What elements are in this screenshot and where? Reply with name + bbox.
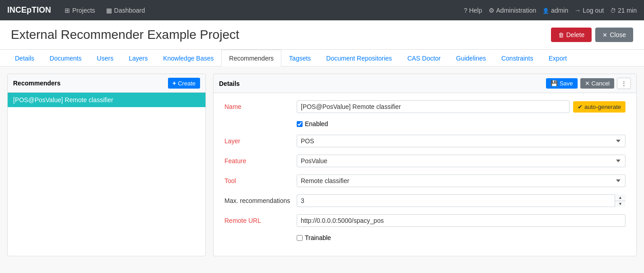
help-icon — [464, 7, 467, 14]
close-icon — [602, 31, 607, 38]
admin-icon — [489, 7, 495, 14]
remote-url-input[interactable] — [297, 214, 625, 227]
feature-row: Feature PosValue — [224, 155, 625, 167]
max-recommendations-number-wrap: ▲ ▼ — [297, 194, 625, 207]
session-timer: 21 min — [610, 7, 637, 14]
grid-icon — [65, 7, 70, 14]
remote-url-label: Remote URL — [224, 214, 297, 224]
tool-row: Tool Remote classifier — [224, 174, 625, 187]
remote-url-wrap — [297, 214, 625, 227]
trainable-checkbox[interactable] — [297, 235, 303, 241]
layer-row: Layer POS — [224, 135, 625, 147]
save-button[interactable]: Save — [546, 78, 578, 89]
dashboard-icon — [106, 7, 112, 14]
tab-export[interactable]: Export — [541, 50, 574, 66]
tab-knowledge-bases[interactable]: Knowledge Bases — [155, 50, 221, 66]
tab-cas-doctor[interactable]: CAS Doctor — [400, 50, 448, 66]
enabled-label[interactable]: Enabled — [297, 120, 328, 127]
tab-users[interactable]: Users — [89, 50, 121, 66]
tool-label: Tool — [224, 174, 297, 184]
tab-layers[interactable]: Layers — [121, 50, 155, 66]
tool-control-wrap: Remote classifier — [297, 174, 625, 187]
cancel-icon — [585, 80, 590, 87]
name-input[interactable] — [297, 100, 569, 113]
spin-up-button[interactable]: ▲ — [615, 194, 625, 201]
enabled-checkbox[interactable] — [297, 121, 303, 127]
tabs-bar: Details Documents Users Layers Knowledge… — [0, 50, 644, 66]
details-panel: Details Save Cancel ⋮ Name — [213, 74, 637, 256]
layer-control-wrap: POS — [297, 135, 625, 147]
plus-icon — [173, 80, 176, 87]
max-recommendations-row: Max. recommendations ▲ ▼ — [224, 194, 625, 207]
max-recommendations-input[interactable] — [297, 194, 625, 207]
auto-generate-button[interactable]: ✔ auto-generate — [573, 101, 625, 113]
brand-logo[interactable]: INCEpTION — [7, 5, 51, 15]
page-title-actions: Delete Close — [551, 28, 633, 42]
max-recommendations-label: Max. recommendations — [224, 194, 297, 204]
page-title: External Recommender Example Project — [11, 28, 239, 42]
recommenders-panel-title: Recommenders — [13, 80, 61, 87]
delete-button[interactable]: Delete — [551, 28, 592, 42]
close-page-button[interactable]: Close — [595, 28, 633, 42]
check-icon: ✔ — [578, 104, 583, 110]
recommenders-panel-header: Recommenders Create — [8, 74, 205, 93]
more-button[interactable]: ⋮ — [617, 78, 631, 89]
details-panel-title: Details — [219, 80, 240, 87]
layer-label: Layer — [224, 135, 297, 145]
feature-select[interactable]: PosValue — [297, 155, 625, 167]
spin-down-button[interactable]: ▼ — [615, 201, 625, 207]
nav-projects[interactable]: Projects — [60, 5, 100, 16]
name-control-wrap: ✔ auto-generate — [297, 100, 625, 113]
name-row: Name ✔ auto-generate — [224, 100, 625, 113]
tab-document-repositories[interactable]: Document Repositories — [318, 50, 400, 66]
nav-links: Projects Dashboard — [60, 5, 149, 16]
tool-select[interactable]: Remote classifier — [297, 174, 625, 187]
trash-icon — [558, 31, 564, 38]
recommenders-panel: Recommenders Create [POS@PosValue] Remot… — [7, 74, 206, 256]
trainable-row: Trainable — [224, 234, 625, 241]
feature-label: Feature — [224, 155, 297, 165]
navbar: INCEpTION Projects Dashboard Help Admini… — [0, 0, 644, 20]
number-spin: ▲ ▼ — [615, 194, 625, 207]
enabled-row: Enabled — [224, 120, 625, 127]
cancel-button[interactable]: Cancel — [580, 78, 614, 89]
list-item[interactable]: [POS@PosValue] Remote classifier — [8, 93, 205, 107]
remote-url-row: Remote URL — [224, 214, 625, 227]
feature-control-wrap: PosValue — [297, 155, 625, 167]
main-content: Recommenders Create [POS@PosValue] Remot… — [0, 66, 644, 264]
enabled-wrap: Enabled — [297, 120, 625, 127]
save-icon — [551, 80, 558, 87]
nav-dashboard[interactable]: Dashboard — [102, 5, 150, 16]
name-label: Name — [224, 100, 297, 110]
tab-guidelines[interactable]: Guidelines — [448, 50, 494, 66]
details-panel-actions: Save Cancel ⋮ — [546, 78, 631, 89]
layer-select[interactable]: POS — [297, 135, 625, 147]
help-link[interactable]: Help — [464, 7, 482, 14]
trainable-label[interactable]: Trainable — [297, 234, 331, 241]
form-content: Name ✔ auto-generate Enabled — [214, 93, 636, 256]
trainable-wrap: Trainable — [297, 234, 625, 241]
tab-constraints[interactable]: Constraints — [494, 50, 541, 66]
page-title-bar: External Recommender Example Project Del… — [0, 20, 644, 50]
clock-icon — [610, 7, 616, 14]
tab-tagsets[interactable]: Tagsets — [281, 50, 318, 66]
logout-link[interactable]: Log out — [574, 7, 604, 14]
tab-documents[interactable]: Documents — [42, 50, 89, 66]
tab-details[interactable]: Details — [7, 50, 42, 66]
max-recommendations-wrap: ▲ ▼ — [297, 194, 625, 207]
administration-link[interactable]: Administration — [489, 7, 537, 14]
tab-recommenders[interactable]: Recommenders — [221, 50, 281, 66]
details-panel-header: Details Save Cancel ⋮ — [214, 74, 636, 93]
logout-icon — [574, 7, 581, 14]
navbar-right: Help Administration admin Log out 21 min — [464, 7, 637, 14]
create-button[interactable]: Create — [168, 78, 200, 89]
user-link[interactable]: admin — [542, 7, 568, 14]
user-icon — [542, 7, 549, 14]
